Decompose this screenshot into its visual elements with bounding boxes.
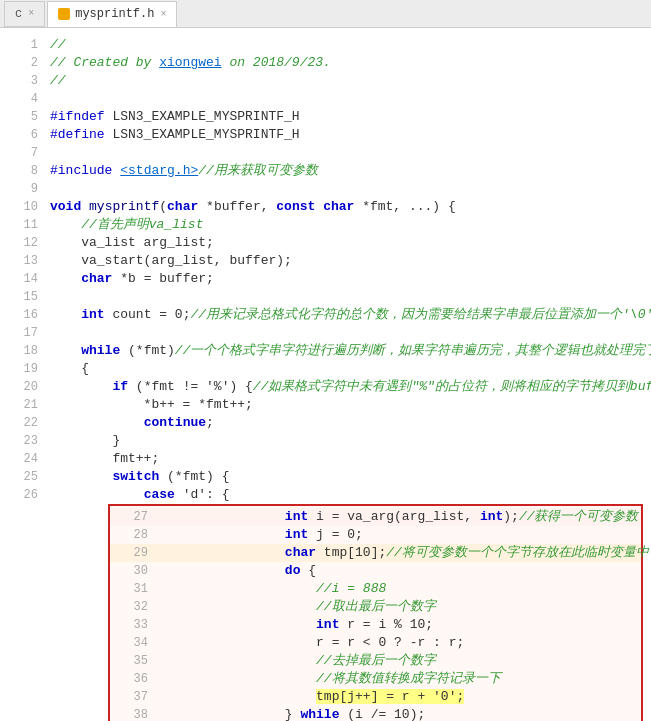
- app-window: c × mysprintf.h × 1 // 2 // Created by x…: [0, 0, 651, 721]
- code-line-17: 17: [0, 324, 651, 342]
- code-line-37: 37 tmp[j++] = r + '0';: [110, 688, 641, 706]
- code-line-38: 38 } while (i /= 10);: [110, 706, 641, 721]
- code-line-2: 2 // Created by xiongwei on 2018/9/23.: [0, 54, 651, 72]
- code-line-27: 27 int i = va_arg(arg_list, int);//获得一个可…: [110, 508, 641, 526]
- code-line-32: 32 //取出最后一个数字: [110, 598, 641, 616]
- tab-mysprintf-label: mysprintf.h: [75, 7, 154, 21]
- tab-mysprintf[interactable]: mysprintf.h ×: [47, 1, 177, 27]
- code-line-23: 23 }: [0, 432, 651, 450]
- code-line-29: 29 char tmp[10];//将可变参数一个个字节存放在此临时变量中: [110, 544, 641, 562]
- code-line-28: 28 int j = 0;: [110, 526, 641, 544]
- code-line-10: 10 void mysprintf(char *buffer, const ch…: [0, 198, 651, 216]
- code-line-12: 12 va_list arg_list;: [0, 234, 651, 252]
- code-line-25: 25 switch (*fmt) {: [0, 468, 651, 486]
- code-line-16: 16 int count = 0;//用来记录总格式化字符的总个数，因为需要给结…: [0, 306, 651, 324]
- code-line-21: 21 *b++ = *fmt++;: [0, 396, 651, 414]
- code-line-5: 5 #ifndef LSN3_EXAMPLE_MYSPRINTF_H: [0, 108, 651, 126]
- code-editor[interactable]: 1 // 2 // Created by xiongwei on 2018/9/…: [0, 28, 651, 721]
- code-line-7: 7: [0, 144, 651, 162]
- tab-mysprintf-close[interactable]: ×: [160, 9, 166, 20]
- code-line-35: 35 //去掉最后一个数字: [110, 652, 641, 670]
- code-line-3: 3 //: [0, 72, 651, 90]
- code-line-24: 24 fmt++;: [0, 450, 651, 468]
- code-line-13: 13 va_start(arg_list, buffer);: [0, 252, 651, 270]
- code-line-11: 11 //首先声明va_list: [0, 216, 651, 234]
- code-line-4: 4: [0, 90, 651, 108]
- code-line-18: 18 while (*fmt)//一个个格式字串字符进行遍历判断，如果字符串遍历…: [0, 342, 651, 360]
- code-line-36: 36 //将其数值转换成字符记录一下: [110, 670, 641, 688]
- code-line-22: 22 continue;: [0, 414, 651, 432]
- tab-c[interactable]: c ×: [4, 1, 45, 27]
- code-line-8: 8 #include <stdarg.h>//用来获取可变参数: [0, 162, 651, 180]
- code-line-19: 19 {: [0, 360, 651, 378]
- tab-bar: c × mysprintf.h ×: [0, 0, 651, 28]
- code-line-1: 1 //: [0, 36, 651, 54]
- code-line-33: 33 int r = i % 10;: [110, 616, 641, 634]
- code-line-31: 31 //i = 888: [110, 580, 641, 598]
- tab-c-close[interactable]: ×: [28, 8, 34, 19]
- tab-c-label: c: [15, 7, 22, 21]
- code-line-6: 6 #define LSN3_EXAMPLE_MYSPRINTF_H: [0, 126, 651, 144]
- red-border-block: 27 int i = va_arg(arg_list, int);//获得一个可…: [108, 504, 643, 721]
- tab-file-icon: [58, 8, 70, 20]
- code-line-20: 20 if (*fmt != '%') {//如果格式字符中未有遇到"%"的占位…: [0, 378, 651, 396]
- code-line-26: 26 case 'd': {: [0, 486, 651, 504]
- code-line-30: 30 do {: [110, 562, 641, 580]
- code-line-15: 15: [0, 288, 651, 306]
- code-line-9: 9: [0, 180, 651, 198]
- code-line-34: 34 r = r < 0 ? -r : r;: [110, 634, 641, 652]
- code-line-14: 14 char *b = buffer;: [0, 270, 651, 288]
